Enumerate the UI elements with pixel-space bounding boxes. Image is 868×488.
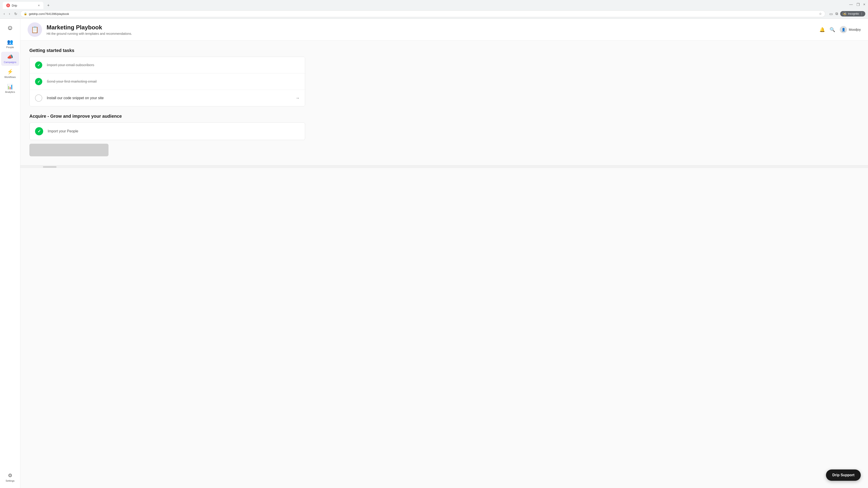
task-item[interactable]: Install our code snippet on your site → (30, 90, 305, 106)
page-header: 📋 Marketing Playbook Hit the ground runn… (20, 19, 868, 41)
bookmark-icon[interactable]: ☆ (819, 12, 822, 15)
acquire-item[interactable]: ✓ Import your People (30, 123, 305, 140)
horizontal-scrollbar[interactable] (20, 165, 868, 168)
refresh-button[interactable]: ↻ (13, 11, 18, 17)
url-bar[interactable]: 🔒 getdrip.com/7641396/playbook ☆ (20, 10, 826, 17)
app-container: ☺ 👥 People 📣 Campaigns ⚡ Workflows 📊 Ana… (0, 19, 868, 488)
task-check-pending (35, 94, 42, 102)
address-bar: ‹ › ↻ 🔒 getdrip.com/7641396/playbook ☆ ▭… (0, 9, 868, 19)
sidebar-item-campaigns[interactable]: 📣 Campaigns (1, 52, 19, 66)
settings-icon: ⚙ (8, 473, 12, 479)
sidebar-item-analytics[interactable]: 📊 Analytics (1, 82, 19, 96)
close-button[interactable]: × (863, 2, 865, 7)
getting-started-title: Getting started tasks (29, 48, 305, 53)
incognito-label: Incognito (848, 12, 859, 15)
task-label: Send your first marketing email (47, 79, 97, 84)
task-item[interactable]: ✓ Import your email subscribers (30, 57, 305, 73)
minimize-button[interactable]: — (849, 2, 853, 7)
sidebar-item-people[interactable]: 👥 People (1, 37, 19, 51)
new-tab-button[interactable]: + (45, 2, 52, 8)
browser-tab[interactable]: D Drip × (3, 2, 43, 9)
avatar: 👤 (840, 26, 847, 33)
incognito-icon: 🕵 (842, 12, 846, 16)
campaigns-icon: 📣 (7, 54, 13, 60)
sidebar-item-workflows[interactable]: ⚡ Workflows (1, 67, 19, 80)
url-text: getdrip.com/7641396/playbook (29, 12, 817, 15)
acquire-check-completed: ✓ (35, 127, 43, 135)
drip-support-button[interactable]: Drip Support (826, 469, 861, 481)
getting-started-tasks: ✓ Import your email subscribers ✓ Send y… (29, 57, 305, 106)
back-button[interactable]: ‹ (3, 11, 6, 17)
menu-icon[interactable]: ⋮ (860, 12, 863, 15)
tab-close-button[interactable]: × (38, 4, 40, 7)
forward-button[interactable]: › (8, 11, 11, 17)
playbook-icon: 📋 (31, 26, 39, 33)
header-actions: 🔔 🔍 👤 Moodjoy (819, 26, 861, 33)
task-check-completed: ✓ (35, 78, 42, 85)
cast-icon[interactable]: ▭ (829, 12, 833, 16)
page-title: Marketing Playbook (46, 24, 132, 31)
tab-title: Drip (12, 4, 17, 7)
sidebar: ☺ 👥 People 📣 Campaigns ⚡ Workflows 📊 Ana… (0, 19, 20, 488)
sidebar-analytics-label: Analytics (5, 91, 15, 93)
sidebar-campaigns-label: Campaigns (4, 61, 17, 64)
incognito-badge: 🕵 Incognito ⋮ (840, 11, 865, 17)
acquire-item-label: Import your People (48, 129, 78, 133)
sidebar-workflows-label: Workflows (4, 76, 16, 78)
acquire-card: ✓ Import your People (29, 123, 305, 140)
sidebar-logo: ☺ (5, 22, 16, 33)
task-item[interactable]: ✓ Send your first marketing email (30, 73, 305, 90)
task-check-completed: ✓ (35, 61, 42, 69)
lock-icon: 🔒 (24, 12, 27, 15)
sidebar-settings-label: Settings (6, 480, 15, 482)
user-menu[interactable]: 👤 Moodjoy (840, 26, 861, 33)
tab-favicon: D (6, 4, 10, 7)
sidebar-item-settings[interactable]: ⚙ Settings (1, 470, 19, 484)
workflows-icon: ⚡ (7, 69, 13, 75)
restore-button[interactable]: ❐ (857, 2, 860, 7)
extensions-icon[interactable]: ⧉ (835, 12, 838, 16)
user-name: Moodjoy (849, 28, 861, 31)
scrollbar-thumb[interactable] (43, 166, 57, 168)
header-text: Marketing Playbook Hit the ground runnin… (46, 24, 132, 35)
logo-icon: ☺ (7, 24, 13, 31)
header-icon: 📋 (28, 22, 42, 37)
task-arrow-icon[interactable]: → (296, 96, 300, 101)
people-icon: 👥 (7, 39, 13, 45)
sidebar-people-label: People (6, 46, 14, 48)
sidebar-bottom: ⚙ Settings (1, 470, 19, 484)
browser-actions: ▭ ⧉ (829, 12, 838, 16)
partial-card (29, 144, 108, 156)
browser-chrome: D Drip × + — ❐ × ‹ › ↻ 🔒 getdrip.com/764… (0, 0, 868, 19)
window-controls: — ❐ × (849, 2, 865, 8)
analytics-icon: 📊 (7, 84, 13, 90)
page-subtitle: Hit the ground running with templates an… (46, 32, 132, 35)
task-label: Import your email subscribers (47, 63, 94, 67)
main-content[interactable]: 📋 Marketing Playbook Hit the ground runn… (20, 19, 868, 488)
content-area: Getting started tasks ✓ Import your emai… (20, 41, 314, 165)
notifications-icon[interactable]: 🔔 (819, 27, 825, 32)
task-label: Install our code snippet on your site (47, 96, 104, 100)
search-icon[interactable]: 🔍 (830, 27, 835, 32)
acquire-title: Acquire - Grow and improve your audience (29, 113, 305, 119)
